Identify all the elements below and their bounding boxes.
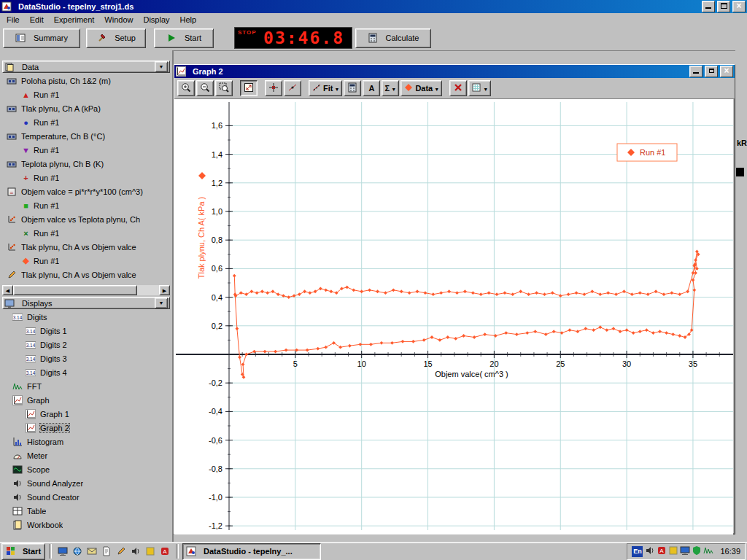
data-item[interactable]: Tlak plynu, Ch A (kPa): [2, 101, 170, 115]
tray-fft-icon[interactable]: [703, 545, 713, 557]
text-tool-button[interactable]: A: [363, 80, 380, 96]
quicklaunch-pencil-icon[interactable]: [114, 544, 128, 559]
graph-window-titlebar: Graph 2 ×: [174, 65, 735, 78]
grid-icon: [471, 82, 481, 94]
menu-edit[interactable]: Edit: [25, 15, 49, 25]
data-item[interactable]: Tlak plynu, Ch A vs Objem valce: [2, 240, 170, 254]
scroll-left-button[interactable]: ◀: [2, 285, 13, 295]
quicklaunch-page-icon[interactable]: [99, 544, 114, 559]
graph-close-button[interactable]: ×: [720, 66, 733, 77]
window-title: DataStudio - tepelny_stroj1.ds: [18, 2, 133, 11]
display-item-histogram[interactable]: Histogram: [2, 435, 170, 448]
quicklaunch-sched-icon[interactable]: [143, 544, 158, 559]
display-item-digits-4[interactable]: 3.14Digits 4: [2, 365, 170, 379]
display-item-digits[interactable]: 3.14Digits: [2, 310, 170, 324]
menu-help[interactable]: Help: [175, 15, 202, 25]
chart-legend[interactable]: Run #1: [617, 144, 677, 161]
axis-settings-button[interactable]: ▼: [468, 80, 491, 96]
data-menu-button[interactable]: Data▼: [400, 80, 442, 96]
data-run-item[interactable]: ×Run #1: [2, 226, 170, 240]
quicklaunch-globe-icon[interactable]: [70, 544, 85, 559]
taskbar-clock[interactable]: 16:39: [716, 547, 740, 556]
display-item-table[interactable]: Table: [2, 504, 170, 518]
data-item[interactable]: Teplota plynu, Ch B (K): [2, 157, 170, 171]
menu-experiment[interactable]: Experiment: [49, 15, 100, 25]
display-item-graph[interactable]: Graph: [2, 393, 170, 407]
graph-plot-area[interactable]: 1,61,41,21,00,80,60,40,2-0,2-0,4-0,6-0,8…: [174, 99, 733, 534]
tray-sched-icon[interactable]: [668, 545, 678, 557]
data-run-item[interactable]: ●Run #1: [2, 115, 170, 129]
setup-label: Setup: [115, 34, 136, 42]
menu-display[interactable]: Display: [138, 15, 174, 25]
displays-panel-header: Displays ▼: [2, 297, 170, 309]
summary-button[interactable]: Summary: [3, 28, 80, 48]
data-run-item[interactable]: ◆Run #1: [2, 254, 170, 268]
minimize-button[interactable]: [702, 1, 715, 12]
display-item-digits-2[interactable]: 3.14Digits 2: [2, 338, 170, 351]
quicklaunch-red-app-icon[interactable]: A: [158, 544, 172, 559]
data-menu-button-label: Data: [415, 84, 433, 93]
display-item-sound-creator[interactable]: Sound Creator: [2, 490, 170, 504]
svg-text:-0,2: -0,2: [209, 378, 222, 387]
data-item[interactable]: Poloha pistu, Ch 1&2 (m): [2, 74, 170, 88]
quicklaunch-sound-icon[interactable]: [128, 544, 143, 559]
graph-minimize-button[interactable]: [689, 66, 703, 77]
display-item-sound-analyzer[interactable]: Sound Analyzer: [2, 476, 170, 490]
display-item-label: Table: [27, 507, 46, 516]
tray-red-app-icon[interactable]: A: [657, 545, 667, 557]
data-run-item[interactable]: ▼Run #1: [2, 143, 170, 157]
statistics-button[interactable]: Σ▼: [382, 80, 399, 96]
fit-icon: [311, 82, 322, 94]
quicklaunch-monitor-icon[interactable]: [55, 544, 70, 559]
zoom-out-button[interactable]: [196, 80, 214, 96]
data-run-item[interactable]: +Run #1: [2, 171, 170, 184]
start-button[interactable]: Start: [154, 28, 214, 48]
menu-file[interactable]: File: [1, 15, 25, 25]
displays-header-menu-button[interactable]: ▼: [155, 298, 168, 308]
display-item-scope[interactable]: Scope: [2, 462, 170, 476]
start-menu-button[interactable]: Start: [1, 543, 45, 560]
data-item[interactable]: =Objem valce = pi*r*r*y*100 (cm^3): [2, 184, 170, 198]
svg-text:-0,6: -0,6: [209, 436, 222, 445]
data-header-menu-button[interactable]: ▼: [155, 61, 168, 72]
display-item-fft[interactable]: FFT: [2, 379, 170, 393]
scrollbar-thumb[interactable]: [13, 285, 137, 295]
calculate-button[interactable]: Calculate: [355, 28, 431, 48]
datastudio-task-button[interactable]: DataStudio - tepelny_...: [182, 543, 321, 560]
display-item-graph-2[interactable]: Graph 2: [2, 421, 170, 435]
data-run-item[interactable]: ▲Run #1: [2, 88, 170, 101]
tray-shieldg-icon[interactable]: [692, 545, 702, 557]
tray-sound-icon[interactable]: [645, 545, 655, 557]
smart-tool-button[interactable]: [265, 80, 282, 96]
scroll-right-button[interactable]: ▶: [159, 285, 170, 295]
zoom-in-button[interactable]: [177, 80, 195, 96]
setup-button[interactable]: Setup: [86, 28, 146, 48]
tray-monitor-icon[interactable]: [680, 545, 690, 557]
zoom-select-button[interactable]: [215, 80, 233, 96]
display-item-digits-3[interactable]: 3.14Digits 3: [2, 351, 170, 365]
keyboard-layout-indicator[interactable]: En: [632, 546, 643, 557]
run-marker-icon: ■: [21, 201, 31, 210]
horizontal-scrollbar[interactable]: ◀ ▶: [2, 285, 170, 295]
slope-tool-button[interactable]: [284, 80, 301, 96]
menu-window[interactable]: Window: [99, 15, 138, 25]
data-item[interactable]: Temperature, Ch B (°C): [2, 129, 170, 143]
fit-menu-button[interactable]: Fit▼: [309, 80, 342, 96]
pv-diagram-chart[interactable]: 1,61,41,21,00,80,60,40,2-0,2-0,4-0,6-0,8…: [174, 99, 733, 533]
digits-icon: 3.14: [26, 368, 37, 378]
display-item-digits-1[interactable]: 3.14Digits 1: [2, 324, 170, 338]
display-item-meter[interactable]: Meter: [2, 448, 170, 462]
data-item[interactable]: Objem valce vs Teplota plynu, Ch: [2, 212, 170, 226]
scale-to-fit-button[interactable]: [240, 80, 258, 96]
display-item-graph-1[interactable]: Graph 1: [2, 407, 170, 421]
data-item[interactable]: Tlak plynu, Ch A vs Objem valce: [2, 268, 170, 281]
close-button[interactable]: ×: [732, 1, 746, 12]
graph-restore-button[interactable]: [705, 66, 718, 77]
delete-button[interactable]: [449, 80, 467, 96]
quicklaunch-mail-icon[interactable]: [85, 544, 99, 559]
svg-text:-0,4: -0,4: [209, 407, 222, 416]
display-item-workbook[interactable]: Workbook: [2, 518, 170, 532]
restore-button[interactable]: [717, 1, 730, 12]
data-run-item[interactable]: ■Run #1: [2, 198, 170, 212]
calculator-button[interactable]: [344, 80, 361, 96]
